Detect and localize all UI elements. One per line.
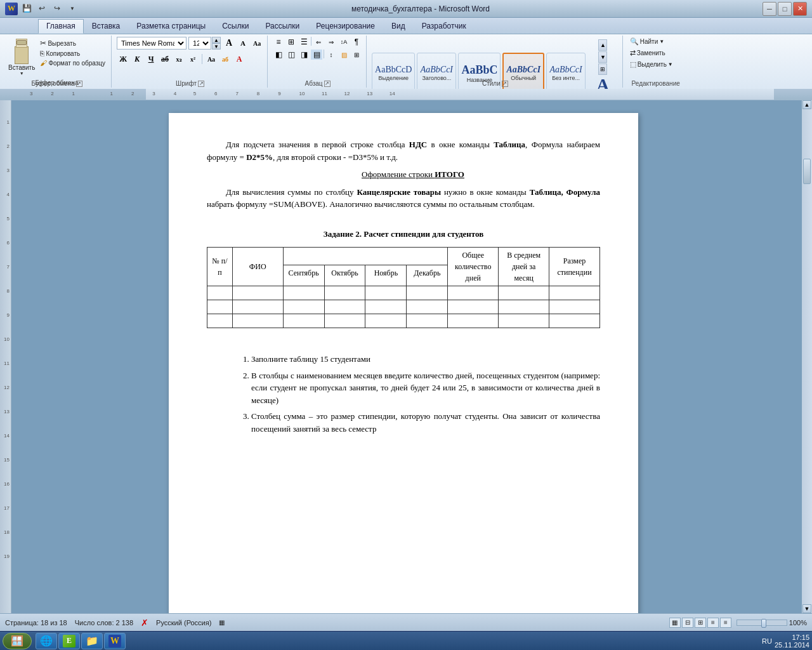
read-view-btn[interactable]: ⊟ — [682, 618, 693, 628]
style-item-heading[interactable]: AaBbCcI Заголово... — [417, 53, 456, 93]
ruler-num-9: 9 — [0, 312, 11, 336]
start-button[interactable]: 🪟 — [3, 633, 32, 649]
increase-indent-btn[interactable]: ⇒ — [325, 37, 337, 47]
text-effects-btn[interactable]: Аа — [205, 53, 218, 65]
tab-view[interactable]: Вид — [383, 19, 414, 34]
superscript-btn[interactable]: x² — [187, 53, 199, 65]
font-expand-btn[interactable]: ↗ — [198, 81, 204, 87]
borders-btn[interactable]: ⊞ — [351, 50, 362, 60]
cell-2-8 — [499, 300, 549, 314]
col-months-group — [283, 247, 448, 265]
font-size-down-btn[interactable]: ▼ — [212, 43, 221, 50]
ruler-num-7: 7 — [0, 264, 11, 288]
highlight-btn[interactable]: аб — [219, 53, 232, 65]
tab-references[interactable]: Ссылки — [214, 19, 257, 34]
tray-time: 17:15 — [792, 633, 809, 641]
zoom-slider[interactable] — [737, 620, 787, 626]
style-item-nospace[interactable]: AaBbCcI Без инте... — [546, 53, 586, 93]
scroll-down-btn[interactable]: ▼ — [802, 604, 811, 613]
align-center-btn[interactable]: ◫ — [285, 50, 297, 60]
font-shrink-btn[interactable]: A — [237, 37, 249, 50]
justify-btn[interactable]: ▤ — [311, 50, 322, 60]
font-name-select[interactable]: Times New Roman — [117, 37, 187, 50]
clear-format-btn[interactable]: Aa — [251, 37, 263, 50]
doc-scroll-area[interactable]: Для подсчета значения в первой строке ст… — [11, 100, 802, 613]
replace-button[interactable]: ⇄ Заменить — [628, 48, 667, 58]
scroll-up-btn[interactable]: ▲ — [802, 100, 811, 109]
right-scrollbar[interactable]: ▲ ▼ — [802, 100, 812, 613]
cell-1-7 — [448, 286, 499, 300]
tab-layout[interactable]: Разметка страницы — [128, 19, 214, 34]
tab-insert[interactable]: Вставка — [84, 19, 129, 34]
font-size-select[interactable]: 12 — [188, 37, 211, 50]
style-item-title[interactable]: AaBbC Название — [458, 53, 501, 93]
editing-group: 🔍 Найти ▼ ⇄ Заменить ⬚ Выделить ▼ Редакт… — [624, 36, 688, 88]
shading-btn[interactable]: ▨ — [338, 50, 350, 60]
underline-btn[interactable]: Ч — [145, 53, 157, 65]
format-painter-button[interactable]: 🖌 Формат по образцу — [38, 58, 107, 67]
copy-button[interactable]: ⎘ Копировать — [38, 49, 107, 58]
paragraph-2: Оформление строки ИТОГО — [207, 168, 600, 181]
find-dropdown: ▼ — [659, 39, 664, 44]
font-group-footer: Шрифт ↗ — [113, 80, 267, 87]
paste-button[interactable]: Вставить ▼ — [6, 37, 37, 78]
cell-2-6 — [407, 300, 448, 314]
align-left-btn[interactable]: ◧ — [273, 50, 284, 60]
scroll-thumb[interactable] — [803, 159, 811, 184]
taskbar-icon2[interactable]: E — [58, 633, 80, 649]
para-expand-btn[interactable]: ↗ — [324, 81, 331, 87]
tab-home[interactable]: Главная — [38, 19, 84, 34]
font-size-up-btn[interactable]: ▲ — [212, 37, 221, 43]
web-view-btn[interactable]: ⊞ — [695, 618, 706, 628]
style-item-normal[interactable]: AaBbCcI Обычный — [502, 53, 544, 93]
styles-scroll-up[interactable]: ▲ — [598, 39, 607, 51]
outline-view-btn[interactable]: ≡ — [707, 618, 719, 628]
styles-scroll-more[interactable]: ⊞ — [598, 63, 607, 75]
layout-icon: ▦ — [219, 619, 225, 626]
editing-content: 🔍 Найти ▼ ⇄ Заменить ⬚ Выделить ▼ — [628, 37, 684, 78]
taskbar-explorer[interactable]: 📁 — [81, 633, 103, 649]
cut-button[interactable]: ✂ Вырезать — [38, 38, 107, 48]
bullets-btn[interactable]: ≡ — [273, 37, 284, 47]
sort-btn[interactable]: ↕A — [338, 37, 350, 47]
title-bar-left: W 💾 ↩ ↪ ▼ — [5, 3, 79, 15]
draft-view-btn[interactable]: ≡ — [720, 618, 731, 628]
clipboard-expand-btn[interactable]: ↗ — [76, 81, 82, 87]
taskbar-word[interactable]: W — [104, 633, 126, 649]
show-marks-btn[interactable]: ¶ — [351, 37, 362, 47]
styles-expand-btn[interactable]: ↗ — [502, 81, 508, 87]
strikethrough-btn[interactable]: аб — [159, 53, 171, 65]
title-bar: W 💾 ↩ ↪ ▼ методичка_бухгалтера - Microso… — [0, 0, 812, 18]
numbering-btn[interactable]: ⊞ — [285, 37, 297, 47]
subscript-btn[interactable]: x₂ — [173, 53, 185, 65]
save-quick-btn[interactable]: 💾 — [20, 3, 33, 15]
tab-mailings[interactable]: Рассылки — [257, 19, 308, 34]
decrease-indent-btn[interactable]: ⇐ — [313, 37, 324, 47]
para-sep2 — [324, 50, 324, 58]
multilevel-btn[interactable]: ☰ — [298, 37, 310, 47]
align-right-btn[interactable]: ◨ — [298, 50, 310, 60]
taskbar-chrome[interactable]: 🌐 — [36, 633, 57, 649]
status-left: Страница: 18 из 18 Число слов: 2 138 ✗ Р… — [5, 618, 225, 628]
style-item-highlight[interactable]: AaBbCcD Выделение — [372, 53, 415, 93]
select-button[interactable]: ⬚ Выделить ▼ — [628, 60, 675, 69]
undo-quick-btn[interactable]: ↩ — [36, 3, 48, 15]
maximize-btn[interactable]: □ — [778, 2, 792, 16]
qa-dropdown-btn[interactable]: ▼ — [66, 3, 79, 15]
paragraph-3: Для вычисления суммы по столбцу Канцеляр… — [207, 186, 600, 211]
styles-scroll-down[interactable]: ▼ — [598, 51, 607, 63]
minimize-btn[interactable]: ─ — [763, 2, 776, 16]
editing-group-footer: Редактирование — [624, 80, 688, 87]
italic-btn[interactable]: К — [131, 53, 143, 65]
find-button[interactable]: 🔍 Найти ▼ — [628, 37, 666, 46]
cell-1-4 — [324, 286, 365, 300]
close-btn[interactable]: ✕ — [793, 2, 807, 16]
redo-quick-btn[interactable]: ↪ — [51, 3, 63, 15]
bold-btn[interactable]: Ж — [117, 53, 129, 65]
print-view-btn[interactable]: ▦ — [669, 618, 681, 628]
tab-review[interactable]: Рецензирование — [308, 19, 383, 34]
line-spacing-btn[interactable]: ↕ — [325, 50, 337, 60]
tab-developer[interactable]: Разработчик — [414, 19, 475, 34]
font-grow-btn[interactable]: A — [223, 37, 235, 50]
font-color-btn[interactable]: А — [233, 53, 246, 65]
